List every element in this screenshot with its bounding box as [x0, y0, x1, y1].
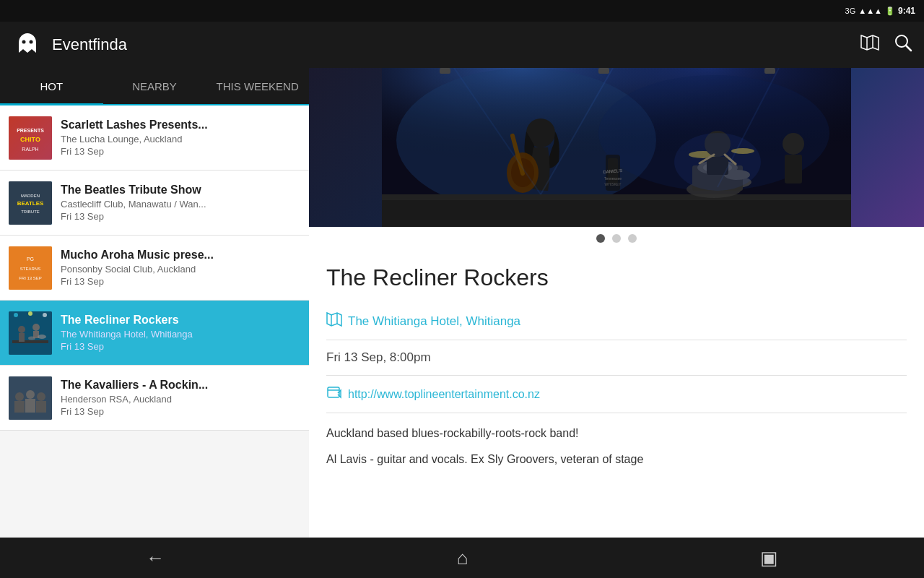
svg-point-32 [28, 311, 32, 316]
svg-rect-76 [785, 155, 802, 184]
svg-point-24 [18, 326, 25, 333]
svg-point-31 [43, 313, 47, 317]
list-item[interactable]: MADDEN BEATLES TRIBUTE The Beatles Tribu… [0, 171, 309, 236]
svg-point-75 [783, 133, 804, 155]
svg-rect-22 [9, 311, 52, 355]
band-stage-svg: DANIEL'S Tennessee WHISKEY [309, 68, 924, 227]
event-date: Fri 13 Sep [61, 211, 300, 222]
url-icon [326, 384, 342, 404]
svg-rect-73 [764, 68, 775, 74]
home-button[interactable]: ⌂ [440, 541, 486, 575]
svg-text:BEATLES: BEATLES [17, 200, 44, 207]
event-date: Fri 13 Sep [61, 146, 300, 157]
event-title: The Recliner Rockers [61, 314, 300, 327]
bottom-nav: ← ⌂ ▣ [0, 538, 924, 578]
event-venue: Castlecliff Club, Manawatu / Wan... [61, 199, 300, 210]
thumbnail-image [9, 311, 52, 355]
event-thumbnail: PRESENTS CHITO RALPH [9, 116, 52, 160]
detail-image: DANIEL'S Tennessee WHISKEY [309, 68, 924, 227]
list-item[interactable]: PG STEARNS FRI 13 SEP Mucho Aroha Music … [0, 236, 309, 301]
battery-icon: 🔋 [885, 7, 895, 16]
event-venue: Henderson RSA, Auckland [61, 394, 300, 405]
tab-hot[interactable]: Hot [0, 68, 103, 104]
svg-rect-23 [12, 340, 48, 343]
map-icon[interactable] [860, 33, 879, 56]
svg-marker-5 [861, 35, 879, 50]
app-logo [12, 29, 43, 61]
svg-point-3 [22, 40, 26, 44]
back-button[interactable]: ← [128, 541, 182, 575]
svg-rect-25 [19, 333, 25, 342]
app-bar: Eventfinda [0, 22, 924, 68]
svg-point-28 [38, 335, 46, 339]
detail-description: Auckland based blues-rockabilly-roots-ro… [326, 425, 907, 468]
event-title: Mucho Aroha Music prese... [61, 249, 300, 262]
svg-rect-37 [14, 401, 25, 413]
list-item[interactable]: The Kavalliers - A Rockin... Henderson R… [0, 366, 309, 431]
venue-link[interactable]: The Whitianga Hotel, Whitianga [348, 314, 520, 329]
tabs: Hot Nearby This Weekend [0, 68, 309, 105]
description-line-2: Al Lavis - guitar and vocals. Ex Sly Gro… [326, 451, 907, 468]
svg-rect-45 [382, 198, 851, 227]
event-info: The Recliner Rockers The Whitianga Hotel… [61, 314, 300, 352]
dot-2[interactable] [612, 234, 621, 243]
event-info: The Kavalliers - A Rockin... Henderson R… [61, 379, 300, 417]
event-title: The Kavalliers - A Rockin... [61, 379, 300, 392]
svg-text:PRESENTS: PRESENTS [17, 128, 44, 133]
svg-point-26 [32, 324, 40, 331]
event-thumbnail: PG STEARNS FRI 13 SEP [9, 246, 52, 290]
event-info: Scarlett Lashes Presents... The Lucha Lo… [61, 118, 300, 157]
search-icon[interactable] [894, 33, 912, 56]
thumbnail-image [9, 376, 52, 420]
svg-marker-77 [327, 313, 341, 326]
app-title: Eventfinda [52, 35, 860, 54]
detail-datetime: Fri 13 Sep, 8:00pm [326, 340, 907, 376]
event-thumbnail [9, 376, 52, 420]
svg-rect-39 [36, 401, 46, 413]
signal-icon: ▲▲▲ [858, 7, 882, 15]
event-date: Fri 13 Sep [61, 276, 300, 287]
event-title: Scarlett Lashes Presents... [61, 118, 300, 131]
status-icons: 3G ▲▲▲ 🔋 9:41 [845, 6, 915, 16]
event-venue: The Whitianga Hotel, Whitianga [61, 329, 300, 340]
detail-content: The Recliner Rockers The Whitianga Hotel… [309, 250, 924, 491]
svg-text:FRI 13 SEP: FRI 13 SEP [19, 276, 42, 280]
event-info: Mucho Aroha Music prese... Ponsonby Soci… [61, 249, 300, 287]
clock: 9:41 [898, 6, 915, 16]
tab-nearby[interactable]: Nearby [103, 68, 206, 104]
left-panel: Hot Nearby This Weekend PRESENTS CHITO R… [0, 68, 309, 538]
event-title: The Beatles Tribute Show [61, 184, 300, 197]
network-indicator: 3G [845, 7, 856, 15]
detail-image-container: DANIEL'S Tennessee WHISKEY [309, 68, 924, 227]
svg-point-29 [28, 336, 35, 340]
dot-3[interactable] [628, 234, 637, 243]
venue-map-icon [326, 311, 342, 331]
image-dots [309, 227, 924, 250]
main-layout: Hot Nearby This Weekend PRESENTS CHITO R… [0, 68, 924, 538]
svg-text:RALPH: RALPH [22, 147, 38, 152]
svg-rect-71 [440, 68, 450, 74]
dot-1[interactable] [596, 234, 605, 243]
detail-url-link[interactable]: http://www.toplineentertainment.co.nz [348, 388, 540, 401]
thumbnail-image: PRESENTS CHITO RALPH [9, 116, 52, 160]
svg-point-36 [37, 392, 45, 401]
event-venue: The Lucha Lounge, Auckland [61, 134, 300, 144]
recents-button[interactable]: ▣ [743, 541, 796, 575]
svg-text:PG: PG [27, 256, 34, 262]
svg-text:MADDEN: MADDEN [21, 194, 40, 198]
logo-icon [14, 31, 41, 59]
thumbnail-image: MADDEN BEATLES TRIBUTE [9, 181, 52, 225]
event-info: The Beatles Tribute Show Castlecliff Clu… [61, 184, 300, 222]
list-item[interactable]: PRESENTS CHITO RALPH Scarlett Lashes Pre… [0, 105, 309, 171]
svg-point-34 [15, 392, 24, 401]
thumbnail-image: PG STEARNS FRI 13 SEP [9, 246, 52, 290]
event-date: Fri 13 Sep [61, 341, 300, 352]
svg-text:CHITO: CHITO [20, 136, 40, 143]
svg-point-4 [30, 40, 33, 44]
app-bar-actions [860, 33, 912, 56]
event-thumbnail [9, 311, 52, 355]
list-item[interactable]: The Recliner Rockers The Whitianga Hotel… [0, 301, 309, 366]
svg-rect-38 [25, 399, 35, 413]
tab-this-weekend[interactable]: This Weekend [206, 68, 309, 104]
svg-rect-80 [328, 387, 339, 397]
